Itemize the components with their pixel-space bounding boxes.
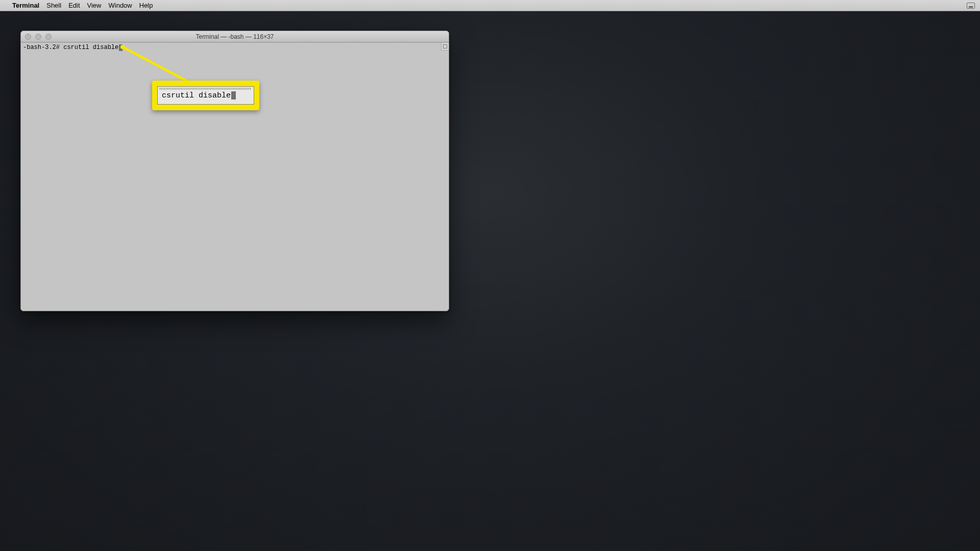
terminal-line: -bash-3.2# csrutil disable (23, 44, 447, 51)
menu-help[interactable]: Help (139, 2, 153, 9)
annotation-callout-inner: csrutil disable (157, 86, 254, 105)
scroll-corner-icon (441, 43, 449, 51)
shell-prompt: -bash-3.2# (23, 44, 63, 51)
annotation-cursor-icon (231, 91, 236, 99)
annotation-text: csrutil disable (162, 91, 231, 100)
shell-command: csrutil disable (63, 44, 118, 51)
cursor-icon (119, 44, 122, 51)
window-minimize-button[interactable] (35, 34, 41, 40)
menu-window[interactable]: Window (109, 2, 132, 9)
menu-shell[interactable]: Shell (46, 2, 61, 9)
window-close-button[interactable] (25, 34, 31, 40)
window-traffic-lights (21, 34, 52, 40)
window-zoom-button[interactable] (45, 34, 52, 40)
app-menu[interactable]: Terminal (12, 2, 39, 9)
window-titlebar[interactable]: Terminal — -bash — 116×37 (21, 31, 449, 42)
keyboard-tray-icon[interactable] (967, 3, 975, 9)
menu-edit[interactable]: Edit (68, 2, 80, 9)
window-title: Terminal — -bash — 116×37 (195, 33, 274, 40)
macos-menubar: Terminal Shell Edit View Window Help (0, 0, 980, 11)
terminal-window[interactable]: Terminal — -bash — 116×37 -bash-3.2# csr… (20, 31, 449, 311)
menu-view[interactable]: View (87, 2, 102, 9)
annotation-callout: csrutil disable (152, 81, 259, 110)
